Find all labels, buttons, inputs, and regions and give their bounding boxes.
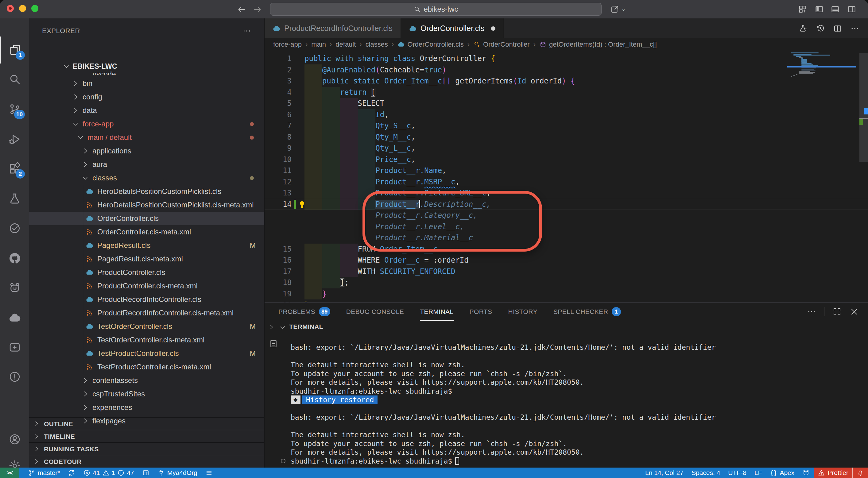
sidebar-section-running-tasks[interactable]: RUNNING TASKS [29,442,264,455]
tree-item[interactable]: PagedResult.clsM [29,239,264,252]
status-item-encoding[interactable]: UTF-8 [724,468,750,478]
status-item-sync-changes[interactable] [64,468,79,478]
tree-item[interactable]: HeroDetailsPositionCustomPicklist.cls-me… [29,198,264,212]
sidebar-section-codetour[interactable]: CODETOUR [29,455,264,468]
panel-tab-problems[interactable]: PROBLEMS89 [278,302,330,321]
toggle-secondary-sidebar-button[interactable] [847,5,856,14]
breadcrumb-item-file[interactable]: OrderController.cls [398,40,463,49]
back-icon[interactable] [237,5,246,14]
code-editor[interactable]: 1public with sharing class OrderControll… [265,51,868,302]
status-item-prettier-status[interactable]: Prettier [814,468,852,478]
activity-item-explorer[interactable]: 1 [0,36,29,64]
tree-item[interactable]: config [29,90,264,104]
fullscreen-window-button[interactable] [31,5,38,12]
terminal-output[interactable]: bash: export: `/Library/Java/JavaVirtual… [291,343,862,466]
activity-item-report-issue[interactable] [0,363,29,390]
tree-item[interactable]: classes [29,171,264,185]
activity-item-source-control[interactable]: 10 [0,96,29,123]
tree-item[interactable]: bin [29,77,264,90]
tree-item[interactable]: data [29,104,264,117]
window-layout-button[interactable] [610,5,619,14]
status-item-cursor-position[interactable]: Ln 14, Col 27 [641,468,687,478]
status-item-codey-status[interactable] [798,468,814,478]
tree-item[interactable]: TestProductController.cls-meta.xml [29,360,264,374]
activity-item-extensions[interactable]: 2 [0,155,29,182]
breadcrumb-item-default[interactable]: default [336,40,356,49]
breadcrumb-item-method[interactable]: getOrderItems(Id) : Order_Item__c[] [539,40,657,49]
tree-item[interactable]: HeroDetailsPositionCustomPicklist.cls [29,185,264,198]
tree-item[interactable]: cspTrustedSites [29,387,264,401]
tree-item[interactable]: ProductRecordInfoController.cls [29,293,264,306]
editor-tab-productrecordinfocontroller-cls[interactable]: ProductRecordInfoController.cls [265,19,401,38]
chevron-down-icon[interactable]: ⌄ [621,5,626,12]
tree-item[interactable]: ProductController.cls-meta.xml [29,279,264,293]
tree-item[interactable]: TestOrderController.cls-meta.xml [29,333,264,347]
run-tests-icon[interactable] [799,24,808,33]
breadcrumb-item-class[interactable]: OrderController [473,40,530,49]
toggle-primary-sidebar-button[interactable] [815,5,824,14]
editor-more-icon[interactable] [850,24,859,33]
tree-item[interactable]: applications [29,144,264,158]
terminal-tabs-icon[interactable] [269,338,278,349]
clipped-tree-item[interactable]: .vscode [29,70,264,75]
activity-item-org-browser[interactable] [0,215,29,242]
command-center-search[interactable]: ebikes-lwc [270,3,601,15]
status-item-git-branch[interactable]: master* [24,468,64,478]
status-item-sfdx-menu[interactable] [202,468,217,478]
status-item-editor-layout[interactable] [138,468,153,478]
panel-tab-history[interactable]: HISTORY [508,302,537,321]
toggle-panel-button[interactable] [831,5,840,14]
activity-item-run-and-debug[interactable] [0,126,29,153]
activity-item-accounts[interactable] [0,426,29,453]
activity-item-testing[interactable] [0,185,29,212]
tree-item[interactable]: PagedResult.cls-meta.xml [29,252,264,266]
status-item-eol[interactable]: LF [750,468,766,478]
tree-item[interactable]: ProductController.cls [29,266,264,279]
tree-item[interactable]: OrderController.cls-meta.xml [29,225,264,239]
close-window-button[interactable] [7,5,14,12]
editor-tab-ordercontroller-cls[interactable]: OrderController.cls [401,19,504,38]
sidebar-section-timeline[interactable]: TIMELINE [29,430,264,442]
tree-item[interactable]: OrderController.cls [29,212,264,225]
tree-item[interactable]: TestProductController.clsM [29,347,264,360]
remote-indicator[interactable]: >< [0,468,19,478]
status-item-notifications[interactable] [852,468,868,478]
editor-scrollbar[interactable] [859,53,868,162]
panel-more-icon[interactable] [807,307,816,316]
activity-item-salesforce-cloud[interactable] [0,304,29,331]
panel-tab-ports[interactable]: PORTS [470,302,492,321]
timeline-icon[interactable] [816,24,825,33]
panel-tab-debug-console[interactable]: DEBUG CONSOLE [346,302,404,321]
modified-dot-icon[interactable] [491,26,495,31]
status-item-problems-summary[interactable]: 41147 [79,468,138,478]
breadcrumb-item-force-app[interactable]: force-app [273,40,302,49]
chevron-down-icon[interactable] [279,324,286,331]
close-panel-icon[interactable] [849,307,859,316]
chevron-right-icon[interactable] [268,323,275,331]
tree-item[interactable]: aura [29,158,264,171]
tree-item[interactable]: main / default [29,131,264,144]
tree-item[interactable]: ProductRecordInfoController.cls-meta.xml [29,306,264,320]
activity-item-codey-extension[interactable] [0,274,29,301]
tree-item[interactable]: TestOrderController.clsM [29,320,264,333]
breadcrumb-item-classes[interactable]: classes [366,40,388,49]
explorer-more-actions-icon[interactable] [242,26,251,36]
tree-item[interactable]: experiences [29,401,264,414]
tree-item[interactable]: force-app [29,117,264,131]
status-item-default-org[interactable]: Mya4dOrg [153,468,202,478]
panel-tab-spell-checker[interactable]: SPELL CHECKER1 [553,302,621,321]
tree-item[interactable]: contentassets [29,374,264,387]
customize-layout-button[interactable] [798,5,807,14]
terminal-label[interactable]: TERMINAL [289,323,323,330]
status-item-language-mode[interactable]: {}Apex [766,468,798,478]
minimize-window-button[interactable] [19,5,26,12]
sidebar-section-outline[interactable]: OUTLINE [29,417,264,430]
activity-item-einstein-gpt[interactable] [0,334,29,361]
status-item-indentation[interactable]: Spaces: 4 [687,468,724,478]
maximize-panel-icon[interactable] [832,307,842,316]
breadcrumb-item-main[interactable]: main [311,40,326,49]
forward-icon[interactable] [253,5,262,14]
activity-item-github[interactable] [0,245,29,272]
panel-tab-terminal[interactable]: TERMINAL [420,302,453,321]
activity-item-search[interactable] [0,66,29,93]
